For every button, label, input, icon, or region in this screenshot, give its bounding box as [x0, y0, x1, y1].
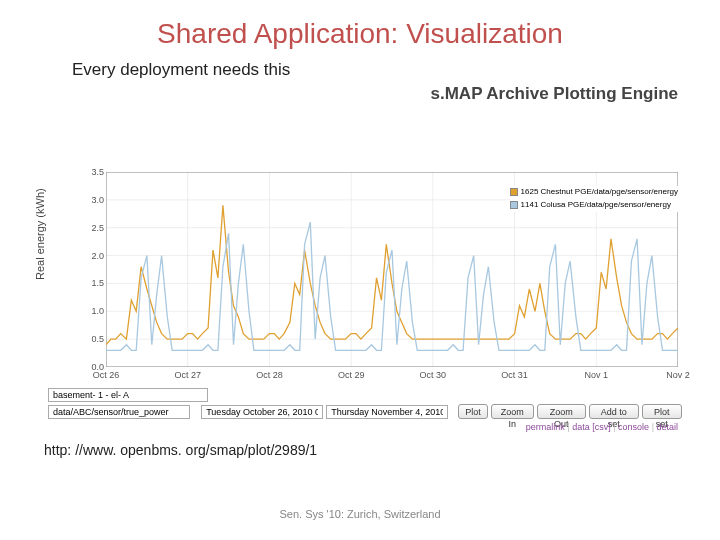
slide-subtitle: Every deployment needs this — [0, 50, 720, 80]
y-tick: 1.5 — [86, 278, 104, 288]
x-tick: Oct 27 — [174, 370, 201, 380]
date-to-input[interactable] — [326, 405, 448, 419]
add-to-set-button[interactable]: Add to set — [589, 404, 639, 419]
y-tick: 3.5 — [86, 167, 104, 177]
legend-item-a: 1625 Chestnut PGE/data/pge/sensor/energy — [510, 186, 678, 198]
x-tick: Nov 1 — [585, 370, 609, 380]
plot-set-button[interactable]: Plot set — [642, 404, 682, 419]
controls-row-2: Plot Zoom In Zoom Out Add to set Plot se… — [48, 404, 682, 419]
y-tick: 2.0 — [86, 251, 104, 261]
y-tick: 3.0 — [86, 195, 104, 205]
x-tick: Oct 28 — [256, 370, 283, 380]
data-csv-link[interactable]: data [csv] — [572, 422, 611, 432]
legend-item-b: 1141 Colusa PGE/data/pge/sensor/energy — [510, 199, 678, 211]
legend-label-b: 1141 Colusa PGE/data/pge/sensor/energy — [521, 199, 671, 211]
streams-input[interactable] — [48, 388, 208, 402]
path-input[interactable] — [48, 405, 190, 419]
date-from-input[interactable] — [201, 405, 323, 419]
y-tick: 0.5 — [86, 334, 104, 344]
y-tick: 1.0 — [86, 306, 104, 316]
x-tick: Oct 30 — [420, 370, 447, 380]
legend-label-a: 1625 Chestnut PGE/data/pge/sensor/energy — [521, 186, 678, 198]
zoom-out-button[interactable]: Zoom Out — [537, 404, 586, 419]
controls-row-1 — [48, 388, 208, 402]
x-tick: Oct 31 — [501, 370, 528, 380]
y-axis-label: Real energy (kWh) — [34, 188, 46, 280]
x-tick: Nov 2 — [666, 370, 690, 380]
plot-button[interactable]: Plot — [458, 404, 488, 419]
permalink-link[interactable]: permalink — [526, 422, 565, 432]
legend-swatch-a — [510, 188, 518, 196]
url-text: http: //www. openbms. org/smap/plot/2989… — [44, 442, 317, 458]
slide-footer: Sen. Sys '10: Zurich, Switzerland — [0, 508, 720, 520]
x-tick: Oct 29 — [338, 370, 365, 380]
detail-link[interactable]: detail — [656, 422, 678, 432]
legend: 1625 Chestnut PGE/data/pge/sensor/energy… — [510, 186, 678, 212]
x-tick: Oct 26 — [93, 370, 120, 380]
footer-links: permalink | data [csv] | console | detai… — [526, 422, 678, 432]
slide-title: Shared Application: Visualization — [0, 0, 720, 50]
zoom-in-button[interactable]: Zoom In — [491, 404, 534, 419]
y-tick: 2.5 — [86, 223, 104, 233]
legend-swatch-b — [510, 201, 518, 209]
app-title: s.MAP Archive Plotting Engine — [0, 80, 720, 104]
console-link[interactable]: console — [618, 422, 649, 432]
